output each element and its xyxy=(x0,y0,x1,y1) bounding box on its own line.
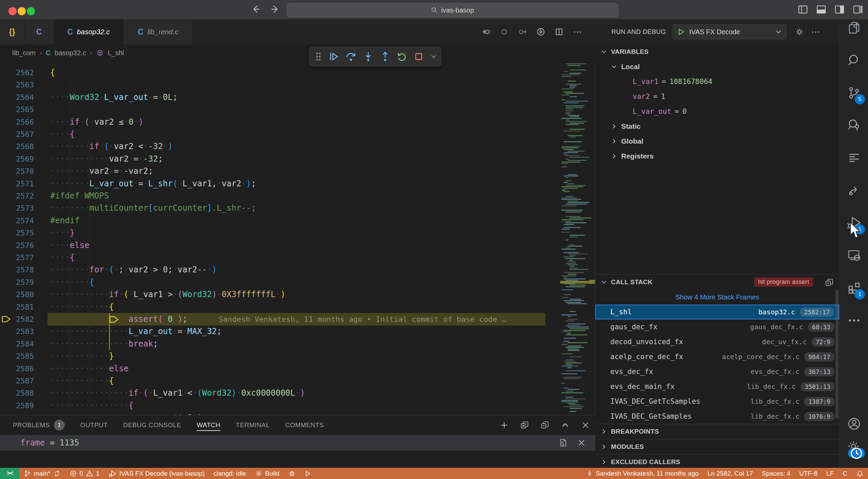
breadcrumb-file[interactable]: basop32.c xyxy=(55,49,86,57)
command-center-search[interactable]: ivas-basop xyxy=(287,3,618,17)
activity-source-control-icon[interactable]: 5 xyxy=(840,81,868,105)
activity-settings-icon[interactable] xyxy=(840,435,868,459)
activity-extensions-icon[interactable]: 1 xyxy=(840,276,868,300)
continue-circle-icon[interactable] xyxy=(518,27,527,36)
line-number[interactable]: 2573 xyxy=(0,202,34,214)
line-number[interactable]: 2587 xyxy=(0,375,34,387)
status-item-c[interactable]: C xyxy=(838,468,852,479)
code-line[interactable]: 2577····{ xyxy=(0,251,595,264)
collapse-all-icon[interactable] xyxy=(825,278,834,287)
code-line[interactable]: 2586············else xyxy=(0,362,595,375)
panel-tab-debug-console[interactable]: DEBUG CONSOLE xyxy=(123,415,181,435)
status-item-ivas-fx-decode-ivas-baso[interactable]: IVAS FX Decode (ivas-basop) xyxy=(104,468,209,479)
code-editor[interactable]: 2562{25632564····Word32·L_var_out·=·0L;2… xyxy=(0,61,595,415)
line-number[interactable]: 2563 xyxy=(0,79,34,91)
line-number[interactable]: 2584 xyxy=(0,338,34,350)
restart-button[interactable] xyxy=(397,51,407,62)
activity-explorer-icon[interactable] xyxy=(840,16,868,40)
status-item-bell[interactable] xyxy=(852,468,868,479)
variables-scope-local[interactable]: Local xyxy=(595,59,839,74)
status-item-build[interactable]: Build xyxy=(251,468,284,479)
sidebar-scrollbar[interactable] xyxy=(835,290,839,418)
status-item-lf[interactable]: LF xyxy=(822,468,838,479)
section-header-breakpoints[interactable]: BREAKPOINTS xyxy=(595,424,839,439)
variable-row[interactable]: L_var1=1081678064 xyxy=(595,74,839,89)
maximize-panel-icon[interactable] xyxy=(561,421,570,430)
code-line[interactable]: 2565 xyxy=(0,103,595,116)
code-line[interactable]: 2573········multiCounter[currCounter].L_… xyxy=(0,202,595,214)
remote-indicator[interactable]: >< xyxy=(0,468,19,479)
line-number[interactable]: 2581 xyxy=(0,301,34,313)
variable-row[interactable]: L_var_out=0 xyxy=(595,104,839,119)
remove-all-expressions-icon[interactable] xyxy=(520,421,529,430)
code-line[interactable]: 2587············{ xyxy=(0,375,595,387)
close-window-button[interactable] xyxy=(8,7,17,15)
split-editor-icon[interactable] xyxy=(555,27,564,36)
start-debug-icon[interactable] xyxy=(677,28,685,36)
status-item-utf-8[interactable]: UTF-8 xyxy=(795,468,822,479)
step-into-button[interactable] xyxy=(363,51,373,62)
tab-basop32[interactable]: C basop32.c xyxy=(54,19,123,44)
line-number[interactable]: 2568 xyxy=(0,140,34,153)
view-as-binary-icon[interactable]: 0110 xyxy=(559,438,568,447)
status-item-spaces-4[interactable]: Spaces: 4 xyxy=(757,468,795,479)
line-number[interactable]: 2578 xyxy=(0,264,34,276)
stack-frame-gaus_dec_fx[interactable]: gaus_dec_fxgaus_dec_fx.c68:33 xyxy=(595,319,839,334)
stack-frame-evs_dec_fx[interactable]: evs_dec_fxevs_dec_fx.c367:13 xyxy=(595,364,839,379)
line-number[interactable]: 2579 xyxy=(0,276,34,289)
stack-frame-decod_unvoiced_fx[interactable]: decod_unvoiced_fxdec_uv_fx.c72:9 xyxy=(595,334,839,349)
debug-current-line-gutter-arrow-icon[interactable] xyxy=(1,314,12,324)
line-number[interactable]: 2574 xyxy=(0,214,34,227)
line-number[interactable]: 2590 xyxy=(0,412,34,415)
code-line[interactable]: 2562{ xyxy=(0,66,595,79)
line-number[interactable]: 2589 xyxy=(0,399,34,412)
stack-frame-L_shl[interactable]: L_shlbasop32.c2582:17 xyxy=(595,305,839,319)
run-debug-more-icon[interactable]: ⋯ xyxy=(811,27,821,37)
status-item-0[interactable]: 01 xyxy=(65,468,104,479)
code-line[interactable]: 2578········for·(·;·var2·>·0;·var2--·) xyxy=(0,264,595,276)
code-line[interactable]: 2569············var2·=·-32; xyxy=(0,153,595,165)
breadcrumb-symbol[interactable]: L_shl xyxy=(108,49,124,57)
panel-tab-problems[interactable]: PROBLEMS1 xyxy=(13,415,65,435)
remove-expression-icon[interactable] xyxy=(577,438,586,447)
code-line[interactable]: 2572#ifdef·WMOPS xyxy=(0,190,595,202)
code-line[interactable]: 2576····else xyxy=(0,239,595,252)
stop-button[interactable] xyxy=(414,51,423,62)
code-line[interactable]: 2583················L_var_out·=·MAX_32; xyxy=(0,325,595,338)
line-number[interactable]: 2562 xyxy=(0,66,34,79)
line-number[interactable]: 2572 xyxy=(0,190,34,202)
code-line[interactable]: 2589················{ xyxy=(0,399,595,412)
breadcrumb[interactable]: lib_com › C basop32.c › L_shl xyxy=(0,44,608,61)
pinned-tab-c-file[interactable]: C xyxy=(24,19,54,44)
line-number[interactable]: 2586 xyxy=(0,362,34,375)
stack-frame-evs_dec_main_fx[interactable]: evs_dec_main_fxlib_dec_fx.c3501:13 xyxy=(595,379,839,394)
collapse-all-icon[interactable] xyxy=(540,421,549,430)
line-number[interactable]: 2566 xyxy=(0,116,34,128)
code-line[interactable]: 2590····················assert(·0·); xyxy=(0,412,595,415)
code-line[interactable]: 2580············if·(·L_var1·>·(Word32)·0… xyxy=(0,288,595,301)
line-number[interactable]: 2567 xyxy=(0,128,34,141)
panel-tab-watch[interactable]: WATCH xyxy=(197,415,220,435)
line-number[interactable]: 2576 xyxy=(0,239,34,252)
line-number[interactable]: 2580 xyxy=(0,288,34,301)
line-number[interactable]: 2571 xyxy=(0,178,34,190)
line-number[interactable]: 2570 xyxy=(0,165,34,178)
code-line[interactable]: 2571········L_var_out·=·L_shr(·L_var1,·v… xyxy=(0,178,595,190)
navigate-forward-icon[interactable] xyxy=(270,4,280,14)
activity-remote-explorer-icon[interactable] xyxy=(840,243,868,268)
code-line[interactable]: 2575····} xyxy=(0,227,595,239)
variables-section-header[interactable]: VARIABLES xyxy=(595,44,839,59)
variables-scope-static[interactable]: Static xyxy=(595,119,839,134)
activity-more-views-icon[interactable] xyxy=(840,308,868,333)
chevron-down-icon[interactable] xyxy=(430,51,437,62)
pinned-tab-json[interactable]: {} xyxy=(0,19,24,44)
call-stack-section-header[interactable]: CALL STACKhit program assert xyxy=(595,274,839,290)
line-number[interactable]: 2565 xyxy=(0,103,34,116)
step-out-button[interactable] xyxy=(380,51,390,62)
activity-live-share-icon[interactable] xyxy=(840,178,868,203)
breadcrumb-folder[interactable]: lib_com xyxy=(12,49,36,57)
continue-button[interactable] xyxy=(329,51,339,62)
code-line[interactable]: 2574#endif xyxy=(0,214,595,227)
section-header-modules[interactable]: MODULES xyxy=(595,439,839,454)
activity-search-icon[interactable] xyxy=(840,48,868,72)
